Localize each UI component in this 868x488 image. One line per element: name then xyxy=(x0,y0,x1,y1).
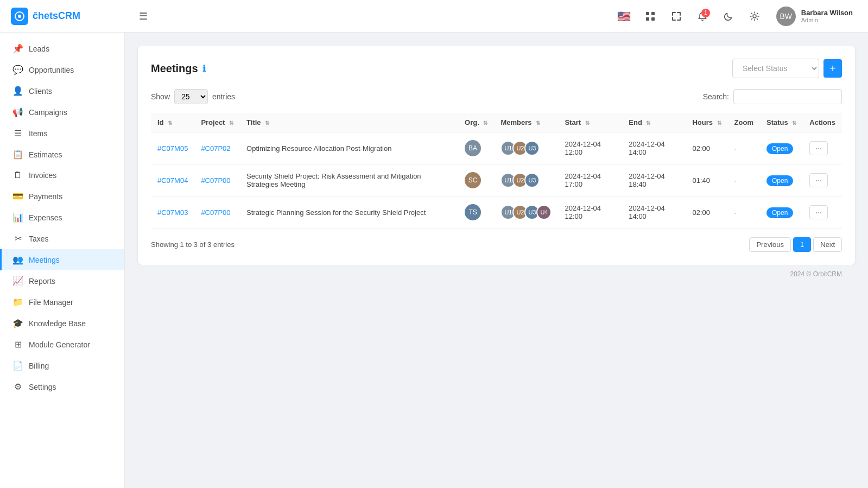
cell-id: #C07M05 xyxy=(151,132,194,164)
cell-org: BA xyxy=(458,132,494,164)
th-end[interactable]: End ⇅ xyxy=(622,113,686,132)
action-menu-button[interactable]: ··· xyxy=(809,173,828,187)
sidebar-label-clients: Clients xyxy=(29,87,52,96)
notification-icon[interactable]: 1 xyxy=(694,8,711,25)
taxes-icon: ✂ xyxy=(12,233,23,244)
meeting-id-link[interactable]: #C07M04 xyxy=(157,176,188,185)
language-flag[interactable]: 🇺🇸 xyxy=(616,8,633,25)
invoices-icon: 🗒 xyxy=(12,170,23,180)
sidebar-item-module-generator[interactable]: ⊞Module Generator xyxy=(0,334,124,355)
cell-status: Open xyxy=(760,132,803,164)
file-manager-icon: 📁 xyxy=(12,297,23,307)
member-avatar: U4 xyxy=(536,205,552,220)
user-role: Admin xyxy=(801,17,853,23)
avatar: BW xyxy=(776,7,796,26)
th-hours[interactable]: Hours ⇅ xyxy=(686,113,727,132)
cell-title: Security Shield Project: Risk Assessment… xyxy=(240,164,458,197)
th-members[interactable]: Members ⇅ xyxy=(494,113,558,132)
sidebar-label-opportunities: Opportunities xyxy=(29,66,74,74)
th-zoom: Zoom xyxy=(728,113,760,132)
sidebar-label-knowledge-base: Knowledge Base xyxy=(29,319,86,328)
info-icon[interactable]: ℹ xyxy=(202,64,206,74)
status-badge: Open xyxy=(766,175,793,186)
th-title[interactable]: Title ⇅ xyxy=(240,113,458,132)
settings-icon[interactable] xyxy=(746,8,763,25)
sidebar-item-invoices[interactable]: 🗒Invoices xyxy=(0,165,124,186)
cell-actions: ··· xyxy=(803,164,842,197)
table-row: #C07M05 #C07P02 Optimizing Resource Allo… xyxy=(151,132,842,164)
logo-text: ĉhetsCRM xyxy=(33,10,80,22)
search-box: Search: xyxy=(703,89,842,104)
dark-mode-icon[interactable] xyxy=(720,8,737,25)
page-card: Meetings ℹ Select Status Open Closed + S… xyxy=(138,46,855,265)
next-button[interactable]: Next xyxy=(813,237,842,252)
sidebar-item-taxes[interactable]: ✂Taxes xyxy=(0,228,124,249)
th-status[interactable]: Status ⇅ xyxy=(760,113,803,132)
meeting-id-link[interactable]: #C07M03 xyxy=(157,208,188,217)
module-generator-icon: ⊞ xyxy=(12,339,23,350)
cell-hours: 02:00 xyxy=(686,132,727,164)
sidebar-item-opportunities[interactable]: 💬Opportunities xyxy=(0,59,124,80)
sidebar-item-campaigns[interactable]: 📢Campaigns xyxy=(0,102,124,123)
member-avatars: U1U2U3 xyxy=(500,173,552,188)
grid-icon[interactable] xyxy=(642,8,659,25)
sidebar-item-settings[interactable]: ⚙Settings xyxy=(0,376,124,397)
project-link[interactable]: #C07P00 xyxy=(201,208,230,217)
project-link[interactable]: #C07P00 xyxy=(201,176,230,185)
cell-end: 2024-12-04 18:40 xyxy=(622,164,686,197)
svg-rect-2 xyxy=(646,12,649,15)
sidebar-item-reports[interactable]: 📈Reports xyxy=(0,270,124,291)
page-header-right: Select Status Open Closed + xyxy=(732,59,842,78)
th-org[interactable]: Org. ⇅ xyxy=(458,113,494,132)
sidebar-item-leads[interactable]: 📌Leads xyxy=(0,38,124,59)
sidebar-item-meetings[interactable]: 👥Meetings xyxy=(0,249,124,270)
th-project[interactable]: Project ⇅ xyxy=(194,113,240,132)
meetings-icon: 👥 xyxy=(12,255,23,265)
meetings-table: Id ⇅ Project ⇅ Title ⇅ Org. ⇅ Members ⇅ … xyxy=(151,113,842,229)
clients-icon: 👤 xyxy=(12,86,23,96)
pagination: Previous 1 Next xyxy=(749,237,842,252)
cell-project: #C07P02 xyxy=(194,132,240,164)
sidebar-item-estimates[interactable]: 📋Estimates xyxy=(0,144,124,165)
th-id[interactable]: Id ⇅ xyxy=(151,113,194,132)
hamburger-button[interactable]: ☰ xyxy=(139,10,148,22)
search-input[interactable] xyxy=(733,89,842,104)
items-icon: ☰ xyxy=(12,128,23,138)
page-title: Meetings ℹ xyxy=(151,62,206,75)
logo[interactable]: ĉhetsCRM xyxy=(11,8,130,25)
action-menu-button[interactable]: ··· xyxy=(809,141,828,155)
sidebar-label-settings: Settings xyxy=(29,383,56,391)
previous-button[interactable]: Previous xyxy=(749,237,791,252)
add-meeting-button[interactable]: + xyxy=(823,59,842,78)
entries-select[interactable]: 25 10 50 100 xyxy=(174,89,208,104)
user-profile[interactable]: BW Barbara Wilson Admin xyxy=(772,4,857,28)
member-avatars: U1U2U3 xyxy=(500,141,552,156)
estimates-icon: 📋 xyxy=(12,149,23,160)
cell-id: #C07M03 xyxy=(151,197,194,229)
cell-end: 2024-12-04 14:00 xyxy=(622,197,686,229)
fullscreen-icon[interactable] xyxy=(668,8,685,25)
cell-zoom: - xyxy=(728,132,760,164)
th-start[interactable]: Start ⇅ xyxy=(558,113,622,132)
svg-rect-4 xyxy=(646,17,649,21)
cell-org: TS xyxy=(458,197,494,229)
sidebar-label-payments: Payments xyxy=(29,192,62,201)
action-menu-button[interactable]: ··· xyxy=(809,205,828,219)
sidebar-item-clients[interactable]: 👤Clients xyxy=(0,80,124,102)
sidebar-label-taxes: Taxes xyxy=(29,235,49,243)
project-link[interactable]: #C07P02 xyxy=(201,144,230,153)
sidebar-label-campaigns: Campaigns xyxy=(29,108,67,117)
sidebar-item-payments[interactable]: 💳Payments xyxy=(0,186,124,207)
sidebar-label-billing: Billing xyxy=(29,362,49,370)
sidebar-item-items[interactable]: ☰Items xyxy=(0,123,124,144)
sidebar-item-knowledge-base[interactable]: 🎓Knowledge Base xyxy=(0,313,124,334)
showing-text: Showing 1 to 3 of 3 entries xyxy=(151,240,235,249)
cell-members: U1U2U3 xyxy=(494,132,558,164)
footer: 2024 © OrbitCRM xyxy=(138,265,855,283)
page-1-button[interactable]: 1 xyxy=(793,237,811,252)
sidebar-item-billing[interactable]: 📄Billing xyxy=(0,355,124,376)
sidebar-item-file-manager[interactable]: 📁File Manager xyxy=(0,291,124,313)
sidebar-item-expenses[interactable]: 📊Expenses xyxy=(0,207,124,228)
meeting-id-link[interactable]: #C07M05 xyxy=(157,144,188,153)
status-select[interactable]: Select Status Open Closed xyxy=(732,59,819,78)
